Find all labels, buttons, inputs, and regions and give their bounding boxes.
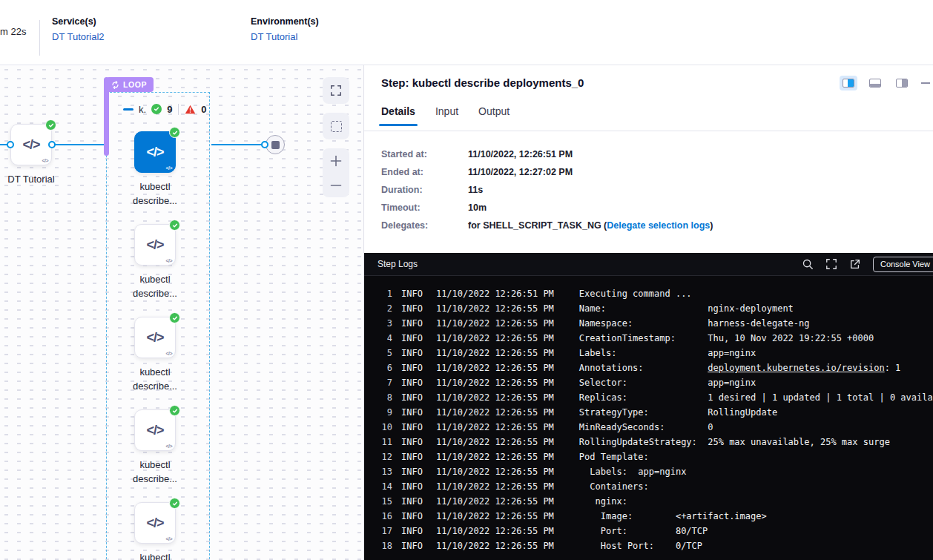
log-timestamp: 11/10/2022 12:26:55 PM — [436, 481, 554, 492]
step-node-kubectl-describe[interactable]: </></> — [134, 317, 176, 358]
layout-right-panel-button[interactable] — [840, 76, 857, 90]
log-timestamp: 11/10/2022 12:26:55 PM — [436, 452, 554, 462]
log-line-number: 3 — [364, 316, 392, 331]
log-line-number: 8 — [364, 390, 392, 405]
tab-input[interactable]: Input — [435, 105, 458, 128]
log-message: Port: 80/TCP — [579, 526, 708, 536]
step-logs-header: Step Logs Console View — [364, 253, 933, 276]
connector-line — [52, 144, 105, 145]
log-timestamp: 11/10/2022 12:26:55 PM — [436, 392, 554, 403]
log-timestamp: 11/10/2022 12:26:55 PM — [436, 303, 554, 314]
tab-output[interactable]: Output — [478, 105, 510, 128]
log-level: INFO — [401, 452, 423, 462]
step-detail-panel: Step: kubectl describe deployments_0 Det… — [363, 65, 933, 560]
log-message-link[interactable]: deployment.kubernetes.io/revision — [708, 363, 884, 373]
loop-badge[interactable]: LOOP — [106, 77, 154, 92]
log-line: 11INFO11/10/2022 12:26:55 PMRollingUpdat… — [364, 435, 933, 449]
log-line-number: 12 — [364, 449, 392, 464]
collapse-group-icon[interactable] — [123, 108, 133, 111]
step-label-line: kubectl — [111, 272, 200, 286]
fullscreen-logs-icon[interactable] — [825, 258, 837, 270]
canvas-fullscreen-button[interactable] — [323, 77, 349, 104]
detail-value: 10m — [468, 202, 487, 213]
log-message: Labels: app=nginx — [579, 467, 687, 477]
step-node-kubectl-describe[interactable]: </></> — [134, 409, 176, 451]
log-level: INFO — [401, 437, 423, 447]
code-icon: </> — [146, 237, 163, 253]
open-in-new-icon[interactable] — [849, 258, 861, 270]
log-message: Image: <+artifact.image> — [579, 511, 767, 521]
log-level: INFO — [401, 422, 423, 432]
log-line: 13INFO11/10/2022 12:26:55 PM Labels: app… — [364, 464, 933, 479]
log-line-number: 4 — [364, 331, 392, 346]
log-message: Executing command ... — [579, 289, 692, 299]
step-label-line: kubectl — [111, 458, 200, 472]
log-message-text: : 1 — [885, 363, 901, 373]
log-line: 9INFO11/10/2022 12:26:55 PMStrategyType:… — [364, 405, 933, 420]
success-count: 9 — [167, 104, 172, 115]
success-check-icon — [169, 498, 180, 509]
detail-row: Duration:11s — [381, 185, 713, 202]
step-label-line: describe... — [111, 472, 200, 486]
minimize-panel-icon[interactable] — [921, 82, 930, 84]
step-label-line: describe... — [111, 286, 200, 300]
step-label-line: describe... — [111, 194, 200, 208]
log-level: INFO — [401, 496, 423, 507]
service-label: Service(s) — [52, 16, 105, 27]
service-link[interactable]: DT Tutorial2 — [52, 31, 105, 42]
zoom-in-button[interactable] — [323, 148, 349, 173]
delegate-selection-logs-link[interactable]: Delegate selection logs — [607, 220, 710, 231]
log-level: INFO — [401, 318, 423, 329]
log-line: 15INFO11/10/2022 12:26:55 PM nginx: — [364, 494, 933, 509]
canvas-fit-selection-button[interactable] — [323, 113, 349, 139]
log-level: INFO — [401, 392, 423, 403]
zoom-out-button[interactable] — [323, 173, 349, 197]
code-icon: </> — [146, 145, 163, 160]
search-icon[interactable] — [802, 258, 814, 270]
step-node-kubectl-describe[interactable]: </></> — [134, 131, 176, 173]
plus-icon — [330, 155, 342, 167]
log-line-number: 10 — [364, 420, 392, 435]
step-label: kubectldescribe... — [111, 365, 200, 393]
step-node-kubectl-describe[interactable]: </></> — [134, 224, 176, 266]
log-line: 16INFO11/10/2022 12:26:55 PM Image: <+ar… — [364, 509, 933, 524]
detail-label: Delegates: — [381, 220, 468, 231]
log-line-number: 6 — [364, 360, 392, 375]
layout-bottom-panel-button[interactable] — [866, 76, 884, 90]
step-logs-actions: Console View — [802, 257, 933, 272]
loop-icon — [111, 81, 119, 89]
step-label: kubectldescribe... — [111, 550, 200, 560]
success-check-icon — [169, 220, 180, 231]
detail-row: Started at:11/10/2022, 12:26:51 PM — [381, 149, 713, 167]
log-timestamp: 11/10/2022 12:26:55 PM — [436, 378, 554, 388]
connector-port — [7, 141, 14, 148]
detail-label: Started at: — [381, 149, 468, 160]
console-view-button[interactable]: Console View — [873, 257, 933, 272]
log-message: RollingUpdateStrategy: 25% max unavailab… — [579, 437, 890, 447]
loop-badge-label: LOOP — [123, 80, 147, 89]
log-timestamp: 11/10/2022 12:26:55 PM — [436, 437, 554, 447]
log-line: 3INFO11/10/2022 12:26:55 PMNamespace: ha… — [364, 316, 933, 331]
connector-line — [211, 144, 265, 145]
layout-side-panel-button[interactable] — [893, 76, 911, 90]
pipeline-canvas[interactable]: </> </> DT Tutorial LOOP k. 9 0 </></>ku… — [0, 65, 363, 560]
success-check-icon — [45, 119, 56, 131]
panel-layout-controls — [840, 76, 930, 90]
step-logs-body[interactable]: 1INFO11/10/2022 12:26:51 PMExecuting com… — [364, 276, 933, 560]
step-node-wrapper: </></>kubectldescribe... — [111, 224, 200, 300]
detail-tabs: DetailsInputOutput — [381, 105, 510, 128]
log-level: INFO — [401, 289, 423, 299]
log-message: Labels: app=nginx — [579, 348, 756, 358]
stage-node-dt-tutorial[interactable]: </> </> — [10, 124, 52, 165]
success-check-icon — [169, 127, 180, 138]
step-node-kubectl-describe[interactable]: </></> — [134, 502, 176, 544]
log-level: INFO — [401, 511, 423, 521]
log-timestamp: 11/10/2022 12:26:55 PM — [436, 318, 554, 329]
log-line-number: 14 — [364, 479, 392, 494]
detail-value: 11s — [468, 185, 483, 195]
log-message: Pod Template: — [579, 452, 649, 462]
environment-link[interactable]: DT Tutorial — [251, 31, 297, 42]
tab-details[interactable]: Details — [381, 105, 415, 128]
code-mini-icon: </> — [42, 158, 48, 163]
detail-row: Ended at:11/10/2022, 12:27:02 PM — [381, 167, 713, 185]
